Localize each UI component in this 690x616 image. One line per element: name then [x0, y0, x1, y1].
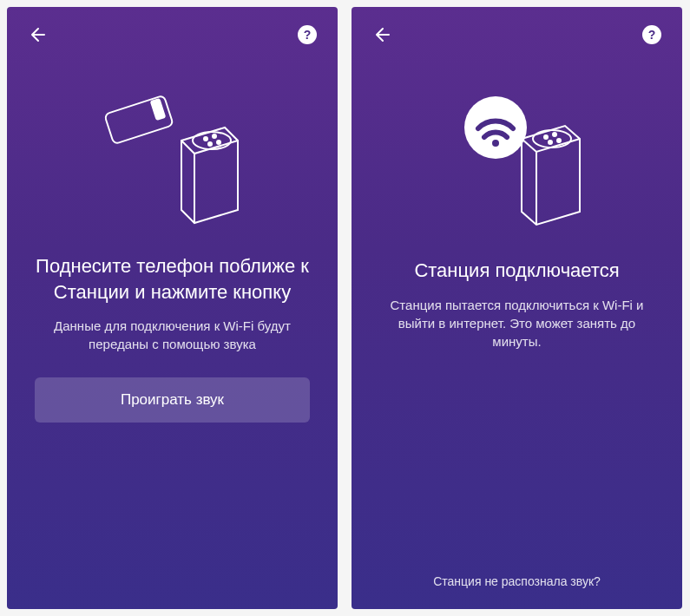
svg-rect-0: [104, 95, 174, 144]
svg-point-10: [544, 135, 548, 139]
svg-point-3: [204, 137, 207, 141]
svg-point-9: [533, 130, 571, 147]
help-icon: ?: [648, 28, 656, 42]
help-icon: ?: [304, 28, 312, 42]
screen-title: Станция подключается: [379, 258, 654, 284]
arrow-left-icon: [372, 24, 393, 45]
svg-point-12: [557, 139, 561, 142]
svg-point-8: [492, 140, 499, 147]
wifi-speaker-icon: [430, 80, 604, 232]
sound-not-recognized-link[interactable]: Станция не распознала звук?: [352, 554, 682, 609]
setup-screen-play-sound: ? Поднесите телефон поближ: [7, 7, 338, 609]
header: ?: [352, 7, 682, 62]
illustration-phone-speaker: [7, 62, 338, 253]
setup-screen-connecting: ? Станция подключаетс: [352, 7, 682, 609]
play-sound-button[interactable]: Проиграть звук: [35, 377, 310, 423]
svg-point-2: [193, 132, 231, 149]
header: ?: [7, 7, 338, 62]
svg-rect-1: [150, 99, 164, 120]
illustration-wifi-speaker: [352, 62, 682, 258]
content-area: Поднесите телефон поближе к Станции и на…: [7, 253, 338, 609]
svg-point-4: [213, 134, 216, 138]
back-button[interactable]: [28, 24, 49, 45]
help-button[interactable]: ?: [298, 25, 317, 44]
svg-point-13: [549, 141, 552, 144]
screen-title: Поднесите телефон поближе к Станции и на…: [35, 253, 310, 305]
svg-point-5: [217, 141, 220, 144]
content-area: Станция подключается Станция пытается по…: [352, 258, 682, 554]
svg-point-11: [553, 133, 556, 136]
help-button[interactable]: ?: [642, 25, 661, 44]
phone-speaker-icon: [86, 80, 260, 227]
back-button[interactable]: [372, 24, 393, 45]
screen-description: Станция пытается подключиться к Wi-Fi и …: [379, 296, 654, 351]
svg-point-6: [208, 142, 212, 146]
svg-point-7: [464, 96, 527, 159]
screen-description: Данные для подключения к Wi-Fi будут пер…: [35, 317, 310, 353]
arrow-left-icon: [28, 24, 49, 45]
